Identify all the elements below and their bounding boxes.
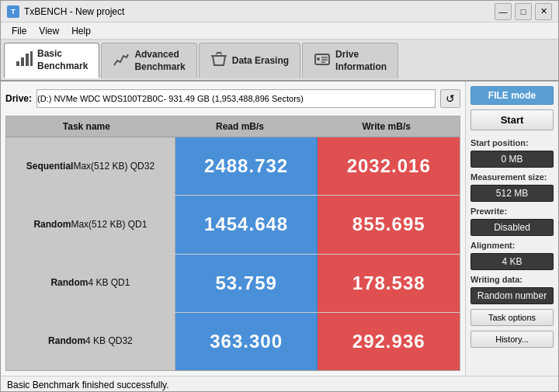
alignment-label: Alignment: <box>470 241 554 250</box>
measurement-size-label: Measurement size: <box>470 172 554 182</box>
tab-advanced-benchmark[interactable]: AdvancedBenchmark <box>101 43 196 78</box>
drive-label: Drive: <box>5 93 32 104</box>
bench-rows: SequentialMax(512 KB) QD32 2488.732 2032… <box>6 137 460 370</box>
start-position-value: 0 MB <box>470 151 554 168</box>
drive-refresh-button[interactable]: ↺ <box>440 89 460 108</box>
writing-data-label: Writing data: <box>470 275 554 284</box>
svg-rect-0 <box>16 61 19 66</box>
svg-point-10 <box>317 57 320 61</box>
svg-rect-1 <box>21 57 24 66</box>
advanced-benchmark-icon <box>113 51 130 71</box>
window-title: TxBENCH - New project <box>24 6 124 17</box>
table-row: RandomMax(512 KB) QD1 1454.648 855.695 <box>6 196 460 254</box>
row-1-task: RandomMax(512 KB) QD1 <box>6 196 175 253</box>
app-icon: T <box>7 5 19 18</box>
tab-basic-label: BasicBenchmark <box>37 48 88 72</box>
menu-help[interactable]: Help <box>65 24 97 38</box>
table-row: SequentialMax(512 KB) QD32 2488.732 2032… <box>6 137 460 196</box>
file-mode-button[interactable]: FILE mode <box>470 86 554 105</box>
table-row: Random4 KB QD32 363.300 292.936 <box>6 313 460 370</box>
close-button[interactable]: ✕ <box>535 3 552 20</box>
menu-bar: File View Help <box>1 23 558 40</box>
menu-file[interactable]: File <box>5 24 33 38</box>
status-text: Basic Benchmark finished successfully. <box>7 380 169 390</box>
row-0-write: 2032.016 <box>318 137 460 195</box>
left-panel: Drive: (D:) NVMe WDC WDS100T2B0C- 931.49… <box>1 82 465 376</box>
tab-basic-benchmark[interactable]: BasicBenchmark <box>4 43 99 78</box>
task-options-button[interactable]: Task options <box>470 309 554 326</box>
history-button[interactable]: History... <box>470 331 554 348</box>
bench-table-header: Task name Read mB/s Write mB/s <box>6 116 460 137</box>
tab-erasing-label: Data Erasing <box>232 55 289 68</box>
row-2-task: Random4 KB QD1 <box>6 255 175 312</box>
row-2-write: 178.538 <box>318 255 460 312</box>
measurement-size-value: 512 MB <box>470 185 554 202</box>
title-bar: T TxBENCH - New project — □ ✕ <box>1 1 558 23</box>
tab-data-erasing[interactable]: Data Erasing <box>199 43 300 78</box>
svg-rect-2 <box>26 54 29 66</box>
row-0-read: 2488.732 <box>175 137 318 195</box>
title-bar-controls: — □ ✕ <box>495 3 552 20</box>
row-1-read: 1454.648 <box>175 196 318 253</box>
maximize-button[interactable]: □ <box>515 3 532 20</box>
svg-marker-4 <box>213 56 225 65</box>
title-bar-left: T TxBENCH - New project <box>7 5 124 18</box>
minimize-button[interactable]: — <box>495 3 512 20</box>
tab-advanced-label: AdvancedBenchmark <box>134 49 185 73</box>
prewrite-label: Prewrite: <box>470 206 554 216</box>
row-0-task: SequentialMax(512 KB) QD32 <box>6 137 175 195</box>
right-panel: FILE mode Start Start position: 0 MB Mea… <box>465 82 558 376</box>
row-3-task: Random4 KB QD32 <box>6 313 175 370</box>
start-position-label: Start position: <box>470 138 554 147</box>
alignment-value: 4 KB <box>470 253 554 270</box>
status-bar: Basic Benchmark finished successfully. <box>1 376 558 392</box>
header-task: Task name <box>6 116 167 137</box>
row-2-read: 53.759 <box>175 255 318 312</box>
menu-view[interactable]: View <box>33 24 65 38</box>
row-3-read: 363.300 <box>175 313 318 370</box>
drive-select[interactable]: (D:) NVMe WDC WDS100T2B0C- 931.49 GB (1,… <box>36 89 436 108</box>
data-erasing-icon <box>210 51 227 71</box>
start-button[interactable]: Start <box>470 109 554 130</box>
row-3-write: 292.936 <box>318 313 460 370</box>
tab-drive-label: DriveInformation <box>335 49 387 73</box>
tab-drive-information[interactable]: DriveInformation <box>302 43 398 78</box>
writing-data-value: Random number <box>470 287 554 304</box>
table-row: Random4 KB QD1 53.759 178.538 <box>6 255 460 313</box>
header-write: Write mB/s <box>313 116 460 137</box>
drive-bar: Drive: (D:) NVMe WDC WDS100T2B0C- 931.49… <box>5 86 460 111</box>
main-content: Drive: (D:) NVMe WDC WDS100T2B0C- 931.49… <box>1 82 558 376</box>
basic-benchmark-icon <box>16 50 33 70</box>
prewrite-value: Disabled <box>470 219 554 236</box>
tab-bar: BasicBenchmark AdvancedBenchmark Data Er… <box>1 40 558 82</box>
row-1-write: 855.695 <box>318 196 460 253</box>
benchmark-table: Task name Read mB/s Write mB/s Sequentia… <box>5 116 460 371</box>
header-read: Read mB/s <box>167 116 314 137</box>
svg-rect-3 <box>30 51 33 66</box>
drive-info-icon <box>314 51 331 71</box>
